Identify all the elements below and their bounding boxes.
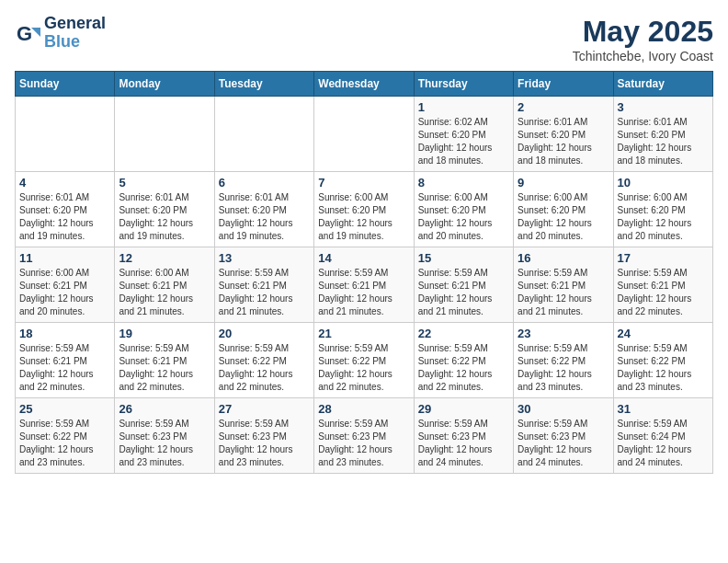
calendar-cell: 10Sunrise: 6:00 AM Sunset: 6:20 PM Dayli… (613, 172, 712, 247)
calendar-cell: 6Sunrise: 6:01 AM Sunset: 6:20 PM Daylig… (214, 172, 313, 247)
day-number: 1 (418, 100, 509, 114)
calendar-cell (314, 97, 414, 172)
day-number: 20 (219, 327, 310, 340)
day-info: Sunrise: 5:59 AM Sunset: 6:23 PM Dayligh… (518, 418, 609, 469)
header-thursday: Thursday (414, 72, 513, 97)
calendar-cell: 22Sunrise: 5:59 AM Sunset: 6:22 PM Dayli… (414, 323, 513, 398)
day-info: Sunrise: 6:00 AM Sunset: 6:20 PM Dayligh… (618, 191, 709, 243)
calendar-cell: 23Sunrise: 5:59 AM Sunset: 6:22 PM Dayli… (514, 323, 613, 398)
day-info: Sunrise: 5:59 AM Sunset: 6:21 PM Dayligh… (119, 342, 210, 394)
day-number: 29 (418, 402, 509, 416)
day-info: Sunrise: 5:59 AM Sunset: 6:22 PM Dayligh… (418, 342, 509, 394)
header-friday: Friday (514, 72, 613, 97)
calendar-cell: 11Sunrise: 6:00 AM Sunset: 6:21 PM Dayli… (16, 247, 115, 323)
svg-text:G: G (17, 22, 32, 45)
day-info: Sunrise: 5:59 AM Sunset: 6:21 PM Dayligh… (518, 267, 609, 318)
calendar-cell: 15Sunrise: 5:59 AM Sunset: 6:21 PM Dayli… (414, 247, 513, 323)
day-info: Sunrise: 6:00 AM Sunset: 6:21 PM Dayligh… (119, 267, 210, 318)
day-info: Sunrise: 5:59 AM Sunset: 6:23 PM Dayligh… (219, 418, 310, 469)
calendar-cell: 29Sunrise: 5:59 AM Sunset: 6:23 PM Dayli… (414, 398, 513, 474)
day-number: 26 (119, 402, 210, 416)
day-number: 2 (518, 100, 609, 114)
calendar-cell: 25Sunrise: 5:59 AM Sunset: 6:22 PM Dayli… (16, 398, 115, 474)
calendar-title: May 2025 (573, 15, 713, 49)
calendar-cell: 31Sunrise: 5:59 AM Sunset: 6:24 PM Dayli… (613, 398, 712, 474)
day-info: Sunrise: 5:59 AM Sunset: 6:21 PM Dayligh… (418, 267, 509, 318)
calendar-cell: 21Sunrise: 5:59 AM Sunset: 6:22 PM Dayli… (314, 323, 414, 398)
week-row-3: 11Sunrise: 6:00 AM Sunset: 6:21 PM Dayli… (16, 247, 713, 323)
calendar-cell: 16Sunrise: 5:59 AM Sunset: 6:21 PM Dayli… (514, 247, 613, 323)
day-number: 9 (518, 176, 609, 190)
header-monday: Monday (115, 72, 214, 97)
day-info: Sunrise: 5:59 AM Sunset: 6:21 PM Dayligh… (19, 342, 110, 394)
calendar-cell: 2Sunrise: 6:01 AM Sunset: 6:20 PM Daylig… (514, 97, 613, 172)
day-number: 16 (518, 251, 609, 265)
calendar-cell: 1Sunrise: 6:02 AM Sunset: 6:20 PM Daylig… (414, 97, 513, 172)
day-number: 4 (19, 176, 110, 190)
day-number: 18 (19, 327, 110, 340)
day-info: Sunrise: 5:59 AM Sunset: 6:24 PM Dayligh… (618, 418, 709, 469)
day-info: Sunrise: 5:59 AM Sunset: 6:22 PM Dayligh… (318, 342, 409, 394)
day-number: 23 (518, 327, 609, 340)
day-number: 8 (418, 176, 509, 190)
header-sunday: Sunday (16, 72, 115, 97)
header-tuesday: Tuesday (214, 72, 313, 97)
logo: G General Blue (15, 15, 106, 52)
day-number: 28 (318, 402, 409, 416)
calendar-cell: 14Sunrise: 5:59 AM Sunset: 6:21 PM Dayli… (314, 247, 414, 323)
day-info: Sunrise: 5:59 AM Sunset: 6:22 PM Dayligh… (618, 342, 709, 394)
calendar-cell: 20Sunrise: 5:59 AM Sunset: 6:22 PM Dayli… (214, 323, 313, 398)
day-info: Sunrise: 6:01 AM Sunset: 6:20 PM Dayligh… (618, 116, 709, 167)
calendar-cell: 24Sunrise: 5:59 AM Sunset: 6:22 PM Dayli… (613, 323, 712, 398)
calendar-cell: 19Sunrise: 5:59 AM Sunset: 6:21 PM Dayli… (115, 323, 214, 398)
calendar-cell: 8Sunrise: 6:00 AM Sunset: 6:20 PM Daylig… (414, 172, 513, 247)
day-info: Sunrise: 6:01 AM Sunset: 6:20 PM Dayligh… (119, 191, 210, 243)
day-info: Sunrise: 6:00 AM Sunset: 6:20 PM Dayligh… (418, 191, 509, 243)
calendar-table: SundayMondayTuesdayWednesdayThursdayFrid… (15, 71, 713, 474)
day-info: Sunrise: 5:59 AM Sunset: 6:22 PM Dayligh… (219, 342, 310, 394)
calendar-subtitle: Tchintchebe, Ivory Coast (573, 49, 713, 63)
day-info: Sunrise: 5:59 AM Sunset: 6:23 PM Dayligh… (119, 418, 210, 469)
day-info: Sunrise: 6:00 AM Sunset: 6:20 PM Dayligh… (518, 191, 609, 243)
day-info: Sunrise: 6:01 AM Sunset: 6:20 PM Dayligh… (219, 191, 310, 243)
calendar-cell: 28Sunrise: 5:59 AM Sunset: 6:23 PM Dayli… (314, 398, 414, 474)
week-row-5: 25Sunrise: 5:59 AM Sunset: 6:22 PM Dayli… (16, 398, 713, 474)
day-number: 17 (618, 251, 709, 265)
day-number: 10 (618, 176, 709, 190)
calendar-cell: 27Sunrise: 5:59 AM Sunset: 6:23 PM Dayli… (214, 398, 313, 474)
day-info: Sunrise: 6:00 AM Sunset: 6:21 PM Dayligh… (19, 267, 110, 318)
day-number: 19 (119, 327, 210, 340)
day-info: Sunrise: 5:59 AM Sunset: 6:21 PM Dayligh… (618, 267, 709, 318)
header-saturday: Saturday (613, 72, 712, 97)
day-number: 27 (219, 402, 310, 416)
logo-icon: G (15, 20, 40, 46)
day-number: 5 (119, 176, 210, 190)
day-number: 31 (618, 402, 709, 416)
day-info: Sunrise: 6:01 AM Sunset: 6:20 PM Dayligh… (518, 116, 609, 167)
calendar-cell (115, 97, 214, 172)
day-number: 6 (219, 176, 310, 190)
day-info: Sunrise: 6:02 AM Sunset: 6:20 PM Dayligh… (418, 116, 509, 167)
title-area: May 2025 Tchintchebe, Ivory Coast (573, 15, 713, 63)
day-info: Sunrise: 6:01 AM Sunset: 6:20 PM Dayligh… (19, 191, 110, 243)
week-row-4: 18Sunrise: 5:59 AM Sunset: 6:21 PM Dayli… (16, 323, 713, 398)
day-number: 25 (19, 402, 110, 416)
calendar-cell (214, 97, 313, 172)
day-info: Sunrise: 6:00 AM Sunset: 6:20 PM Dayligh… (318, 191, 409, 243)
day-info: Sunrise: 5:59 AM Sunset: 6:21 PM Dayligh… (219, 267, 310, 318)
calendar-cell: 13Sunrise: 5:59 AM Sunset: 6:21 PM Dayli… (214, 247, 313, 323)
day-info: Sunrise: 5:59 AM Sunset: 6:22 PM Dayligh… (518, 342, 609, 394)
calendar-cell (16, 97, 115, 172)
day-number: 7 (318, 176, 409, 190)
day-number: 21 (318, 327, 409, 340)
day-number: 3 (618, 100, 709, 114)
calendar-cell: 12Sunrise: 6:00 AM Sunset: 6:21 PM Dayli… (115, 247, 214, 323)
calendar-cell: 7Sunrise: 6:00 AM Sunset: 6:20 PM Daylig… (314, 172, 414, 247)
day-info: Sunrise: 5:59 AM Sunset: 6:22 PM Dayligh… (19, 418, 110, 469)
day-info: Sunrise: 5:59 AM Sunset: 6:23 PM Dayligh… (318, 418, 409, 469)
day-info: Sunrise: 5:59 AM Sunset: 6:21 PM Dayligh… (318, 267, 409, 318)
day-number: 24 (618, 327, 709, 340)
logo-text: General Blue (44, 15, 106, 52)
week-row-1: 1Sunrise: 6:02 AM Sunset: 6:20 PM Daylig… (16, 97, 713, 172)
calendar-cell: 4Sunrise: 6:01 AM Sunset: 6:20 PM Daylig… (16, 172, 115, 247)
